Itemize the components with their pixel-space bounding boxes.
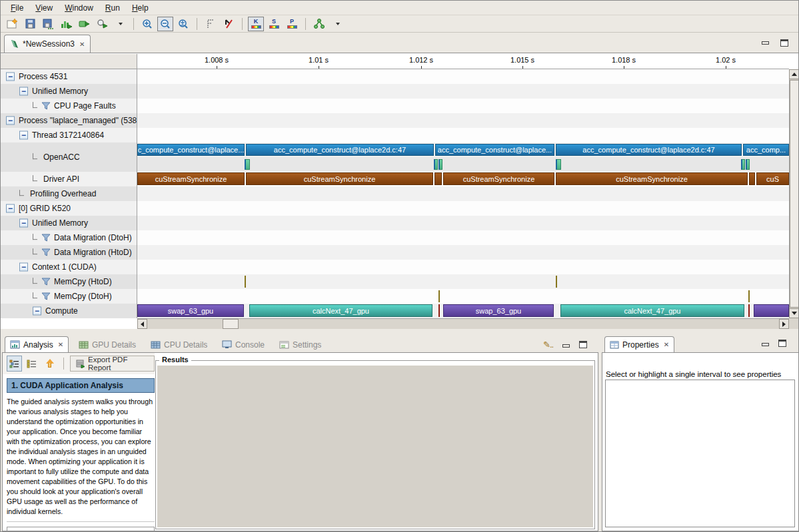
tree-row-profiling-overhead[interactable]: Profiling Overhead: [1, 186, 137, 201]
tree-row-thread[interactable]: −Thread 3172140864: [1, 128, 137, 142]
interval-bar[interactable]: cuStreamSynchronize: [137, 172, 245, 185]
close-icon[interactable]: ✕: [79, 41, 85, 48]
expander-minus-icon[interactable]: −: [33, 307, 41, 316]
interval-bar[interactable]: acc_compute_construct@laplace2d.c:47: [246, 144, 434, 156]
call-tree-dropdown-button[interactable]: [329, 17, 345, 31]
tree-row-unified-memory-gpu[interactable]: −Unified Memory: [1, 216, 137, 230]
stream-timeline-toggle[interactable]: S: [266, 17, 282, 31]
menu-item-file[interactable]: File: [5, 2, 29, 14]
memcpy-dtoh-event-line[interactable]: [748, 290, 750, 302]
compute-event-tick[interactable]: [438, 304, 440, 317]
tree-row-dm-dtoh[interactable]: Data Migration (DtoH): [1, 230, 137, 245]
export-pdf-button[interactable]: Export PDF Report: [70, 356, 155, 372]
unguided-analysis-toggle[interactable]: [25, 356, 40, 372]
menu-item-help[interactable]: Help: [126, 2, 155, 14]
tree-row-memcpy-dtoh[interactable]: MemCpy (DtoH): [1, 289, 137, 304]
memcpy-htod-event-line[interactable]: [245, 276, 246, 288]
analyze-search-button[interactable]: [94, 17, 110, 31]
back-up-stage-button[interactable]: [42, 356, 57, 372]
tab-console[interactable]: Console: [217, 336, 269, 353]
close-icon[interactable]: ✕: [58, 341, 63, 348]
timeline-canvas[interactable]: c_compute_construct@laplace...acc_comput…: [137, 69, 789, 318]
profile-application-button[interactable]: [58, 17, 74, 31]
maximize-pane-button[interactable]: [579, 341, 587, 348]
openacc-event-marker[interactable]: [434, 159, 438, 170]
tree-row-openacc[interactable]: OpenACC: [1, 142, 137, 172]
tree-row-dm-htod[interactable]: Data Migration (HtoD): [1, 245, 137, 260]
resume-run-button[interactable]: [76, 17, 92, 31]
interval-bar[interactable]: calcNext_47_gpu: [249, 304, 432, 317]
tree-row-process-laplace[interactable]: −Process "laplace_managed" (538): [1, 113, 137, 128]
tab-analysis[interactable]: Analysis✕: [5, 336, 69, 353]
expander-minus-icon[interactable]: −: [19, 87, 28, 96]
call-tree-button[interactable]: [311, 17, 327, 31]
openacc-event-marker[interactable]: [741, 159, 745, 170]
minimize-view-button[interactable]: [762, 39, 770, 47]
interval-bar[interactable]: swap_63_gpu: [443, 304, 554, 317]
scroll-right-button[interactable]: [779, 319, 789, 329]
new-session-button[interactable]: [4, 17, 20, 31]
expander-minus-icon[interactable]: −: [6, 117, 15, 125]
interval-bar[interactable]: acc_compute_construct@laplace...: [435, 144, 554, 156]
minimize-pane-button[interactable]: [762, 341, 769, 346]
tree-row-compute[interactable]: −Compute: [1, 304, 137, 318]
interval-bar[interactable]: [749, 172, 755, 185]
interval-bar[interactable]: acc_comp...: [743, 144, 789, 156]
zoom-out-button[interactable]: [157, 17, 173, 31]
minimize-pane-button[interactable]: [562, 342, 570, 348]
tree-row-memcpy-htod[interactable]: MemCpy (HtoD): [1, 274, 137, 289]
expander-minus-icon[interactable]: −: [19, 219, 28, 228]
menu-item-run[interactable]: Run: [99, 2, 126, 14]
maximize-pane-button[interactable]: [778, 340, 786, 347]
tree-row-grid-k520[interactable]: −[0] GRID K520: [1, 201, 137, 216]
openacc-event-marker[interactable]: [746, 159, 750, 170]
tree-row-context-1[interactable]: −Context 1 (CUDA): [1, 260, 137, 274]
interval-bar[interactable]: [434, 172, 442, 185]
session-tab[interactable]: *NewSession3 ✕: [4, 35, 91, 53]
save-all-button[interactable]: [40, 17, 56, 31]
tab-cpu-details[interactable]: CPU Details: [146, 336, 212, 353]
vertical-scroll-thumb[interactable]: [790, 80, 799, 308]
timeline-ruler[interactable]: 1.008 s1.01 s1.012 s1.015 s1.018 s1.02 s: [137, 54, 789, 69]
tab-properties[interactable]: Properties ✕: [604, 336, 674, 353]
openacc-event-marker[interactable]: [556, 159, 561, 170]
horizontal-scroll-thumb[interactable]: [223, 319, 239, 329]
examine-gpu-usage-button[interactable]: Examine GPU Usage: [7, 527, 155, 531]
maximize-view-button[interactable]: [780, 39, 789, 47]
view-menu-pencil-icon[interactable]: ✎..: [543, 340, 553, 350]
tree-row-process-4531[interactable]: −Process 4531: [1, 69, 137, 84]
scroll-down-button[interactable]: [789, 308, 799, 318]
timeline-horizontal-scrollbar[interactable]: [137, 318, 789, 329]
compute-event-tick[interactable]: [748, 304, 750, 317]
interval-bar[interactable]: cuStreamSynchronize: [556, 172, 748, 185]
interval-bar[interactable]: [754, 304, 789, 317]
expander-minus-icon[interactable]: −: [19, 263, 28, 272]
tree-row-cpu-page-faults[interactable]: CPU Page Faults: [1, 99, 137, 113]
menu-item-view[interactable]: View: [29, 2, 59, 14]
process-timeline-toggle[interactable]: P: [284, 17, 300, 31]
scroll-left-button[interactable]: [137, 319, 147, 329]
openacc-event-marker[interactable]: [245, 159, 250, 170]
scroll-up-button[interactable]: [789, 69, 799, 79]
memcpy-dtoh-event-line[interactable]: [438, 290, 440, 302]
tree-row-driver[interactable]: Driver API: [1, 172, 137, 186]
menu-item-window[interactable]: Window: [59, 2, 99, 14]
tab-settings[interactable]: Settings: [275, 336, 326, 353]
expander-minus-icon[interactable]: −: [6, 73, 15, 81]
interval-bar[interactable]: cuStreamSynchronize: [443, 172, 554, 185]
zoom-fit-button[interactable]: [175, 17, 191, 31]
kernel-timeline-toggle[interactable]: K: [248, 17, 264, 31]
interval-bar[interactable]: cuS: [756, 172, 789, 185]
reset-marker-button[interactable]: [221, 17, 237, 31]
interval-bar[interactable]: c_compute_construct@laplace...: [137, 144, 245, 156]
openacc-event-marker[interactable]: [438, 159, 442, 170]
expander-minus-icon[interactable]: −: [6, 204, 15, 213]
interval-bar[interactable]: calcNext_47_gpu: [560, 304, 744, 317]
interval-bar[interactable]: cuStreamSynchronize: [246, 172, 433, 185]
mark-timeline-button[interactable]: [203, 17, 219, 31]
timeline-vertical-scrollbar[interactable]: [789, 69, 799, 318]
guided-analysis-toggle[interactable]: [7, 356, 22, 372]
memcpy-htod-event-line[interactable]: [556, 276, 557, 288]
tab-gpu-details[interactable]: GPU Details: [74, 336, 141, 353]
analyze-dropdown-button[interactable]: [112, 17, 128, 31]
